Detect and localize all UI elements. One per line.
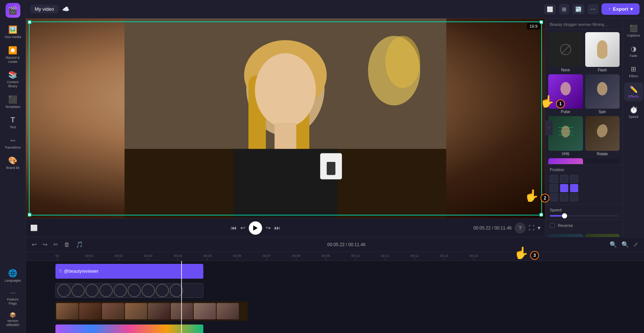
effect-label-none: None <box>548 68 583 72</box>
pos-cell-2[interactable] <box>570 175 578 183</box>
speed-title: Speed <box>550 208 618 212</box>
effect-item-rotate[interactable]: Rotate <box>585 116 620 156</box>
pos-cell-0[interactable] <box>550 175 558 183</box>
effect-label-flash: Flash <box>585 68 620 72</box>
redo-button[interactable]: ↪ <box>41 239 49 249</box>
subtitle-toggle-button[interactable]: ⬜ <box>30 224 38 231</box>
sidebar-templates-label: Templates <box>5 105 20 109</box>
timeline-ruler: 00 00:01 00:02 00:03 <box>26 252 644 261</box>
none-circle <box>560 44 571 55</box>
rail-item-effects[interactable]: ✏️ Effects <box>624 82 643 101</box>
pos-cell-5[interactable] <box>570 184 578 192</box>
pos-cell-8[interactable] <box>570 193 578 201</box>
add-audio-button[interactable]: 🎵 <box>74 239 85 249</box>
export-chevron-icon: ▾ <box>630 6 633 12</box>
svg-point-3 <box>386 36 420 88</box>
project-name[interactable]: My video <box>30 5 58 13</box>
sidebar-item-record[interactable]: ⏺️ Record &create <box>1 43 24 67</box>
clip-video[interactable] <box>55 302 248 321</box>
pos-cell-7[interactable] <box>560 193 568 201</box>
ruler-mark-12: 00:12 <box>410 254 419 261</box>
sidebar-item-transitions[interactable]: ↔️ Transitions <box>1 133 24 153</box>
sidebar-transitions-label: Transitions <box>5 146 21 150</box>
pos-cell-4[interactable] <box>560 184 568 192</box>
sidebar-item-feature-flags[interactable]: ⋯ FeatureFlags <box>1 286 24 309</box>
filters-icon: ⊞ <box>631 65 636 73</box>
effect-item-extra1[interactable] <box>548 234 583 237</box>
fit-timeline-button[interactable]: ⤢ <box>632 239 640 249</box>
effect-item-none[interactable]: None <box>548 32 583 72</box>
forward-button[interactable]: ↪ <box>266 224 271 231</box>
more-button[interactable]: ⋯ <box>587 4 599 14</box>
undo-button[interactable]: ↩ <box>30 239 38 249</box>
circle-6 <box>142 284 155 297</box>
reverse-label: Reverse <box>558 223 573 228</box>
rail-item-filters[interactable]: ⊞ Filters <box>624 62 643 81</box>
effect-item-chromatic[interactable]: Chromaticaberration <box>585 158 620 164</box>
effect-item-vhs[interactable]: VHS <box>548 116 583 156</box>
collapse-button[interactable]: ▾ <box>538 224 540 231</box>
zoom-in-button[interactable]: 🔍 <box>620 239 630 249</box>
playhead-line <box>181 261 182 333</box>
mini-frame <box>194 303 216 319</box>
ruler-mark-9: 00:09 <box>322 254 330 261</box>
clip-text-label: @beautyreviewer <box>64 269 99 274</box>
sidebar-item-version[interactable]: 📦 Versione8bed60 <box>1 309 24 330</box>
rewind-button[interactable]: ↩ <box>240 224 245 231</box>
sidebar-item-templates[interactable]: ⬛ Templates <box>1 92 24 112</box>
effect-thumb-rotate <box>585 116 620 151</box>
pos-cell-6[interactable] <box>550 193 558 201</box>
help-button[interactable]: ? <box>515 222 526 234</box>
effect-thumb-chromatic <box>585 158 620 164</box>
skip-forward-button[interactable]: ⏭ <box>274 225 280 231</box>
export-label: Export <box>613 6 628 12</box>
mini-frame <box>125 303 147 319</box>
speed-thumb[interactable] <box>562 213 567 218</box>
aspect-ratio-badge[interactable]: 16:9 <box>527 23 540 30</box>
zoom-out-button[interactable]: 🔍 <box>608 239 618 249</box>
effects-grid-extra <box>545 231 623 237</box>
rail-item-fade[interactable]: ◑ Fade <box>624 42 643 61</box>
circle-7 <box>156 284 169 297</box>
panel-video-title: Beauty blogger woman filming ... <box>550 22 618 27</box>
timeline-current-time: 00:05.22 <box>327 242 345 247</box>
reverse-checkbox[interactable] <box>550 223 555 228</box>
effect-item-spin[interactable]: Spin <box>585 74 620 114</box>
preview-controls: ⬜ ⏮ ↩ ↪ ⏭ 00:05.22 / <box>26 218 545 237</box>
effect-item-vaporwave[interactable]: Vaporwave <box>548 158 583 164</box>
rail-item-captions[interactable]: ⬛ Captions <box>624 21 643 40</box>
sidebar-item-brand-kit[interactable]: 🎨 Brand kit <box>1 153 24 173</box>
speed-track[interactable] <box>550 215 618 217</box>
circle-3 <box>99 284 113 297</box>
timeline-body: 00 00:01 00:02 00:03 <box>26 252 644 333</box>
sidebar-item-content[interactable]: 📚 Contentlibrary <box>1 67 24 91</box>
sidebar-item-your-media[interactable]: 🖼️ Your media <box>1 22 24 42</box>
text-clip-icon: T <box>59 269 62 273</box>
rail-item-speed[interactable]: ⏱️ Speed <box>624 103 643 122</box>
effect-label-pulse: Pulse <box>548 110 583 114</box>
play-button[interactable] <box>249 221 262 235</box>
effect-item-pulse[interactable]: Pulse <box>548 74 583 114</box>
speed-fill <box>550 215 563 217</box>
fit-button[interactable]: ⊞ <box>559 4 569 14</box>
cloud-save-icon[interactable]: ☁️ <box>62 6 70 13</box>
rotate-button[interactable]: ↩️ <box>572 4 584 14</box>
panel-collapse-arrow[interactable]: ‹ <box>545 120 553 135</box>
crop-button[interactable]: ⬜ <box>544 4 556 14</box>
version-icon: 📦 <box>10 312 16 318</box>
sidebar-item-text[interactable]: T Text <box>1 113 24 132</box>
skip-back-button[interactable]: ⏮ <box>231 225 237 231</box>
export-button[interactable]: ↑ Export ▾ <box>601 3 640 15</box>
track-circles <box>55 282 644 299</box>
fullscreen-button[interactable]: ⛶ <box>529 225 535 231</box>
reverse-row: Reverse <box>550 223 618 228</box>
languages-icon: 🌐 <box>8 269 17 278</box>
effect-item-flash[interactable]: Flash <box>585 32 620 72</box>
ctrl-right: 00:05.22 / 00:11.46 ? ⛶ ▾ <box>474 222 540 234</box>
sidebar-item-languages[interactable]: 🌐 Languages <box>1 266 24 286</box>
cut-button[interactable]: ✂ <box>52 239 60 249</box>
pos-cell-3[interactable] <box>550 184 558 192</box>
delete-button[interactable]: 🗑 <box>62 240 71 249</box>
effect-item-extra2[interactable] <box>585 234 620 237</box>
pos-cell-1[interactable] <box>560 175 568 183</box>
